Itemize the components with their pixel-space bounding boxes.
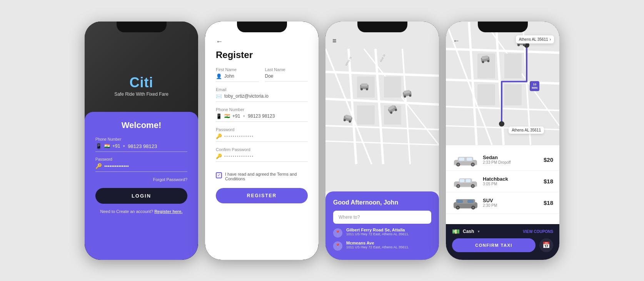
terms-checkbox[interactable]: ✓ bbox=[216, 172, 222, 178]
chevron-down-icon: ▼ bbox=[242, 115, 245, 118]
last-name-label: Last Name bbox=[265, 67, 308, 72]
phone-icon: 📱 bbox=[216, 113, 222, 119]
cash-label: Cash bbox=[463, 229, 474, 234]
svg-rect-43 bbox=[477, 84, 495, 105]
phone-number-field: Phone Number 📱 🇮🇳 +91 ▼ 98123 98123 bbox=[216, 107, 308, 122]
first-name-value: John bbox=[224, 73, 234, 79]
svg-point-80 bbox=[457, 206, 459, 208]
cash-chevron-icon: ▼ bbox=[477, 230, 480, 233]
where-to-search[interactable]: Where to? bbox=[333, 211, 431, 224]
confirm-password-field: Confirm Password 🔑 •••••••••••••• bbox=[216, 147, 308, 162]
welcome-heading: Welcome! bbox=[122, 120, 162, 130]
view-coupons-link[interactable]: VIEW COUPONS bbox=[523, 229, 553, 234]
calendar-button[interactable]: 📅 bbox=[539, 238, 553, 252]
app-name: Citi bbox=[114, 75, 169, 91]
svg-point-55 bbox=[499, 121, 504, 126]
chevron-right-icon: › bbox=[550, 37, 551, 42]
time-badge: 10 MIN bbox=[530, 81, 539, 91]
svg-point-62 bbox=[457, 163, 459, 165]
confirm-password-dots: •••••••••••••• bbox=[224, 154, 254, 158]
svg-rect-44 bbox=[504, 53, 522, 78]
register-link[interactable]: Register here. bbox=[154, 209, 182, 214]
svg-rect-68 bbox=[460, 179, 464, 182]
first-name-label: First Name bbox=[216, 67, 259, 72]
phone-field: Phone Number 📱 🇮🇳 +91 ▼ 98123 98123 bbox=[95, 137, 187, 152]
back-button[interactable]: ← bbox=[216, 38, 308, 46]
phone-icon: 📱 bbox=[95, 143, 102, 149]
phone-map: White St Mott St bbox=[325, 22, 439, 260]
email-label: Email bbox=[216, 87, 308, 92]
ride-item-suv[interactable]: SUV 2:30 PM $18 bbox=[446, 192, 559, 214]
first-name-field: First Name 👤 John bbox=[216, 67, 259, 82]
email-field: Email ✉️ toby_ortiz@victoria.io bbox=[216, 87, 308, 102]
citi-logo: Citi Safe Ride With Fixed Fare bbox=[114, 75, 169, 97]
svg-rect-45 bbox=[504, 84, 522, 105]
svg-point-82 bbox=[472, 206, 474, 208]
password-input-row[interactable]: 🔑 •••••••••••••• bbox=[95, 163, 187, 172]
sedan-price: $20 bbox=[544, 156, 553, 163]
phone-value: 98123 98123 bbox=[128, 143, 157, 149]
location-1-name: Gilbert Ferry Road Se, Attalla bbox=[346, 228, 409, 232]
forgot-password-link[interactable]: Forgot Password? bbox=[153, 177, 187, 182]
location-2-sub: 1011 US Hwy 72 East, Athens AL 35611. bbox=[346, 245, 409, 249]
key-icon: 🔑 bbox=[95, 163, 102, 169]
phone-label: Phone Number bbox=[95, 137, 187, 141]
hamburger-menu[interactable]: ≡ bbox=[332, 37, 337, 45]
location-tag-bottom: Athens AL 35611 bbox=[509, 126, 544, 134]
register-button[interactable]: REGISTER bbox=[216, 188, 308, 203]
tagline: Safe Ride With Fixed Fare bbox=[114, 91, 169, 97]
country-code: +91 bbox=[112, 143, 120, 149]
svg-rect-17 bbox=[361, 83, 367, 86]
confirm-taxi-button[interactable]: CONFIRM TAXI bbox=[452, 238, 536, 252]
suv-time: 2:30 PM bbox=[483, 203, 540, 208]
location-pin-1: 📍 bbox=[333, 228, 342, 238]
terms-label: I have read and agreed the Terms and Con… bbox=[225, 172, 308, 181]
suv-price: $18 bbox=[544, 200, 553, 206]
password-field: Password 🔑 •••••••••••••• bbox=[95, 157, 187, 172]
ride-item-sedan[interactable]: Sedan 2:33 PM Dropoff $20 bbox=[446, 149, 559, 171]
last-name-value: Doe bbox=[265, 73, 274, 79]
svg-rect-12 bbox=[384, 76, 401, 98]
back-button[interactable]: ← bbox=[453, 37, 460, 45]
flag-icon: 🇮🇳 bbox=[224, 113, 230, 119]
key-icon2: 🔑 bbox=[216, 153, 222, 159]
key-icon: 🔑 bbox=[216, 133, 222, 139]
location-item-2: 📍 Mcmeans Ave 1011 US Hwy 72 East, Athen… bbox=[333, 241, 431, 251]
phone-input-row[interactable]: 📱 🇮🇳 +91 ▼ 98123 98123 bbox=[95, 143, 187, 152]
phone-register: ← Register First Name 👤 John Last Name D… bbox=[205, 22, 319, 260]
map-view: White St Mott St bbox=[325, 22, 439, 191]
email-value: toby_ortiz@victoria.io bbox=[224, 93, 269, 99]
map-svg: White St Mott St bbox=[325, 22, 439, 191]
login-button[interactable]: LOGIN bbox=[95, 188, 187, 204]
svg-point-73 bbox=[472, 185, 474, 187]
route-map: ← Athens AL 35611 › 10 MIN Athens AL 356… bbox=[446, 22, 559, 145]
svg-point-49 bbox=[517, 44, 520, 46]
register-title: Register bbox=[216, 50, 308, 60]
location-2-name: Mcmeans Ave bbox=[346, 241, 409, 245]
sedan-time: 2:33 PM Dropoff bbox=[483, 160, 540, 165]
password-label: Password bbox=[216, 127, 308, 132]
hatchback-price: $18 bbox=[544, 178, 553, 185]
checkmark-icon: ✓ bbox=[217, 173, 220, 177]
svg-rect-59 bbox=[459, 158, 464, 161]
password-dots: •••••••••••••• bbox=[104, 163, 129, 169]
chevron-down-icon: ▼ bbox=[122, 145, 125, 148]
hatchback-car-image bbox=[452, 175, 479, 188]
location-pin-2: 📍 bbox=[333, 241, 342, 251]
cash-icon: 💵 bbox=[452, 228, 460, 235]
location-1-sub: 1011 US Hwy 72 East, Athens AL 35611. bbox=[346, 232, 409, 236]
phone-ride-select: ← Athens AL 35611 › 10 MIN Athens AL 356… bbox=[446, 22, 559, 260]
svg-point-19 bbox=[366, 88, 368, 90]
confirm-password-label: Confirm Password bbox=[216, 147, 308, 152]
email-icon: ✉️ bbox=[216, 93, 222, 99]
ride-item-hatchback[interactable]: Hatchback 3:05 PM $18 bbox=[446, 171, 559, 192]
terms-row: ✓ I have read and agreed the Terms and C… bbox=[216, 172, 308, 181]
location-item-1: 📍 Gilbert Ferry Road Se, Attalla 1011 US… bbox=[333, 228, 431, 238]
register-prompt: Need to Create an account? Register here… bbox=[100, 209, 182, 214]
country-code: +91 bbox=[232, 113, 240, 119]
suv-name: SUV bbox=[483, 198, 540, 203]
svg-rect-60 bbox=[467, 158, 472, 161]
phone-label: Phone Number bbox=[216, 107, 308, 112]
hatchback-time: 3:05 PM bbox=[483, 182, 540, 186]
password-label: Password bbox=[95, 157, 187, 161]
